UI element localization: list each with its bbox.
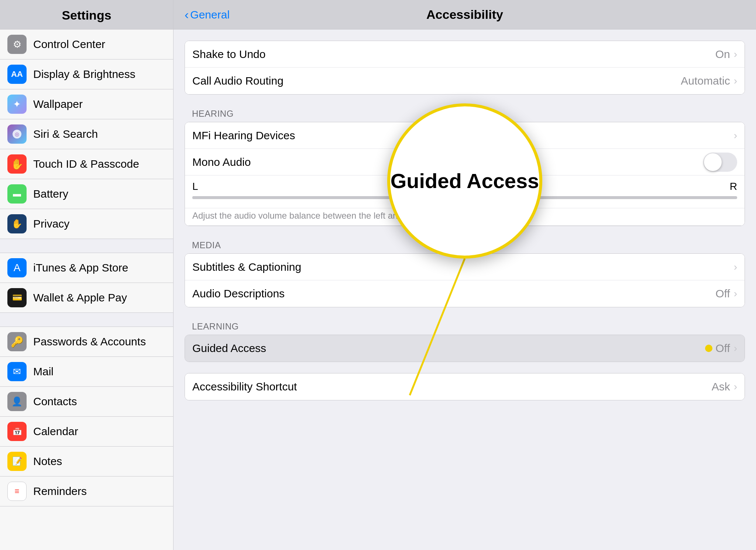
- itunes-icon: A: [7, 258, 27, 277]
- slider-left-label: L: [192, 181, 198, 192]
- sidebar-item-battery[interactable]: ▬ Battery: [0, 179, 173, 209]
- display-brightness-icon: AA: [7, 65, 27, 84]
- mfi-chevron: ›: [734, 130, 737, 141]
- battery-icon: ▬: [7, 184, 27, 204]
- sidebar-label-wallpaper: Wallpaper: [33, 98, 83, 110]
- mono-audio-toggle[interactable]: [703, 153, 737, 172]
- guided-access-label: Guided Access: [192, 342, 705, 355]
- sidebar-item-control-center[interactable]: ⚙ Control Center: [0, 30, 173, 59]
- sidebar-label-control-center: Control Center: [33, 38, 105, 51]
- sidebar-item-passwords[interactable]: 🔑 Passwords & Accounts: [0, 327, 173, 357]
- magnify-overlay: Guided Access: [387, 103, 542, 259]
- sidebar-item-notes[interactable]: 📝 Notes: [0, 447, 173, 476]
- sidebar-label-wallet: Wallet & Apple Pay: [33, 291, 127, 304]
- accessibility-shortcut-chevron: ›: [734, 381, 737, 393]
- page-title: Accessibility: [185, 7, 745, 22]
- row-accessibility-shortcut[interactable]: Accessibility Shortcut Ask ›: [185, 373, 745, 400]
- accessibility-shortcut-value: Ask: [712, 380, 730, 393]
- sidebar-label-contacts: Contacts: [33, 395, 77, 408]
- group-shortcut: Accessibility Shortcut Ask ›: [185, 373, 745, 400]
- accessibility-shortcut-label: Accessibility Shortcut: [192, 380, 712, 393]
- row-call-audio[interactable]: Call Audio Routing Automatic ›: [185, 68, 745, 94]
- sidebar-label-mail: Mail: [33, 365, 54, 378]
- call-audio-chevron: ›: [734, 75, 737, 87]
- reminders-icon: ≡: [7, 482, 27, 501]
- subtitles-chevron: ›: [734, 261, 737, 273]
- audio-descriptions-value: Off: [715, 287, 730, 300]
- siri-icon: ◎: [7, 124, 27, 144]
- sidebar-item-touch-id[interactable]: ✋ Touch ID & Passcode: [0, 149, 173, 179]
- row-shake-to-undo[interactable]: Shake to Undo On ›: [185, 41, 745, 68]
- back-label: General: [190, 8, 230, 21]
- guided-access-chevron: ›: [734, 342, 737, 354]
- svg-text:◎: ◎: [15, 131, 19, 137]
- group-learning: LEARNING Guided Access Off ›: [185, 318, 745, 362]
- magnify-label: Guided Access: [391, 170, 539, 192]
- sidebar-label-battery: Battery: [33, 188, 68, 200]
- sidebar-item-wallpaper[interactable]: ✦ Wallpaper: [0, 89, 173, 119]
- shortcut-group-body: Accessibility Shortcut Ask ›: [185, 373, 745, 400]
- back-button[interactable]: ‹ General: [185, 7, 230, 22]
- notes-icon: 📝: [7, 452, 27, 471]
- learning-group-body: Guided Access Off ›: [185, 335, 745, 362]
- passwords-icon: 🔑: [7, 332, 27, 351]
- sidebar-item-itunes[interactable]: A iTunes & App Store: [0, 253, 173, 283]
- sidebar-label-display-brightness: Display & Brightness: [33, 68, 135, 81]
- mail-icon: ✉: [7, 362, 27, 381]
- row-audio-descriptions[interactable]: Audio Descriptions Off ›: [185, 280, 745, 307]
- slider-right-label: R: [730, 181, 737, 192]
- sidebar-label-calendar: Calendar: [33, 425, 78, 438]
- back-chevron-icon: ‹: [185, 7, 189, 22]
- sidebar-list: ⚙ Control Center AA Display & Brightness…: [0, 30, 173, 550]
- sidebar-label-passwords: Passwords & Accounts: [33, 335, 146, 348]
- wallet-icon: 💳: [7, 288, 27, 307]
- media-group-body: Subtitles & Captioning › Audio Descripti…: [185, 253, 745, 307]
- call-audio-label: Call Audio Routing: [192, 75, 681, 87]
- wallpaper-icon: ✦: [7, 95, 27, 114]
- subtitles-label: Subtitles & Captioning: [192, 261, 734, 273]
- sidebar-item-wallet[interactable]: 💳 Wallet & Apple Pay: [0, 283, 173, 313]
- control-center-icon: ⚙: [7, 35, 27, 54]
- sidebar-label-touch-id: Touch ID & Passcode: [33, 158, 139, 170]
- learning-header: LEARNING: [185, 318, 745, 335]
- sidebar-item-siri[interactable]: ◎ Siri & Search: [0, 119, 173, 149]
- sidebar-divider-2: [0, 313, 173, 327]
- contacts-icon: 👤: [7, 392, 27, 411]
- sidebar-label-reminders: Reminders: [33, 485, 87, 498]
- sidebar-label-itunes: iTunes & App Store: [33, 262, 128, 274]
- guided-access-value: Off: [715, 342, 730, 355]
- shake-to-undo-value: On: [715, 48, 730, 61]
- shake-to-undo-chevron: ›: [734, 48, 737, 60]
- sidebar-item-contacts[interactable]: 👤 Contacts: [0, 387, 173, 417]
- privacy-icon: ✋: [7, 214, 27, 233]
- sidebar-title: Settings: [62, 8, 111, 22]
- sidebar-item-calendar[interactable]: 📅 Calendar: [0, 417, 173, 447]
- sidebar: Settings ⚙ Control Center AA Display & B…: [0, 0, 173, 550]
- main-panel: ‹ General Accessibility Shake to Undo On…: [173, 0, 756, 550]
- sidebar-item-privacy[interactable]: ✋ Privacy: [0, 209, 173, 239]
- calendar-icon: 📅: [7, 422, 27, 441]
- shake-to-undo-label: Shake to Undo: [192, 48, 715, 61]
- guided-access-dot: [705, 345, 712, 352]
- sidebar-header: Settings: [0, 0, 173, 30]
- call-audio-value: Automatic: [681, 75, 730, 87]
- audio-descriptions-chevron: ›: [734, 288, 737, 300]
- sidebar-label-notes: Notes: [33, 455, 62, 468]
- sidebar-item-display-brightness[interactable]: AA Display & Brightness: [0, 59, 173, 89]
- sidebar-divider-1: [0, 239, 173, 253]
- mono-audio-toggle-knob: [704, 153, 722, 171]
- row-guided-access[interactable]: Guided Access Off ›: [185, 335, 745, 362]
- group-top-body: Shake to Undo On › Call Audio Routing Au…: [185, 41, 745, 95]
- group-top: Shake to Undo On › Call Audio Routing Au…: [185, 41, 745, 95]
- touch-id-icon: ✋: [7, 154, 27, 174]
- sidebar-label-siri: Siri & Search: [33, 128, 98, 140]
- audio-descriptions-label: Audio Descriptions: [192, 287, 715, 300]
- sidebar-item-reminders[interactable]: ≡ Reminders: [0, 476, 173, 506]
- main-header: ‹ General Accessibility: [173, 0, 756, 30]
- sidebar-label-privacy: Privacy: [33, 218, 69, 230]
- sidebar-item-mail[interactable]: ✉ Mail: [0, 357, 173, 387]
